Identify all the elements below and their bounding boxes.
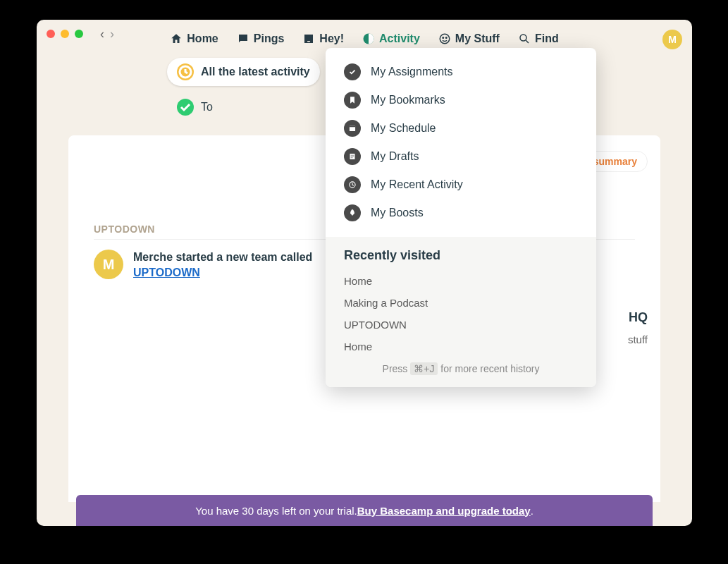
close-window-button[interactable] bbox=[47, 30, 55, 38]
activity-avatar: M bbox=[94, 250, 123, 279]
menu-my-bookmarks[interactable]: My Bookmarks bbox=[331, 86, 591, 114]
nav-home-label: Home bbox=[187, 32, 218, 45]
draft-icon bbox=[344, 148, 361, 165]
recent-link[interactable]: Making a Podcast bbox=[344, 292, 578, 314]
inbox-icon bbox=[302, 32, 315, 45]
nav-pings-label: Pings bbox=[254, 32, 285, 45]
dropdown-list: My Assignments My Bookmarks My Schedule … bbox=[326, 48, 596, 237]
mystuff-dropdown: My Assignments My Bookmarks My Schedule … bbox=[326, 48, 596, 387]
chat-icon bbox=[237, 32, 249, 45]
trial-text: You have 30 days left on your trial. bbox=[195, 505, 357, 517]
recent-link[interactable]: Home bbox=[344, 270, 578, 292]
bookmark-icon bbox=[344, 92, 361, 109]
menu-label: My Bookmarks bbox=[371, 94, 445, 106]
face-icon bbox=[438, 32, 451, 45]
trial-dot: . bbox=[531, 505, 533, 517]
svg-rect-11 bbox=[350, 126, 355, 128]
nav-activity[interactable]: Activity bbox=[362, 32, 420, 45]
svg-point-1 bbox=[440, 34, 450, 44]
trial-upgrade-link[interactable]: Buy Basecamp and upgrade today bbox=[357, 505, 531, 517]
filter-to-label: To bbox=[201, 101, 213, 114]
menu-my-boosts[interactable]: My Boosts bbox=[331, 199, 591, 227]
search-icon bbox=[518, 32, 531, 45]
boost-icon bbox=[344, 204, 361, 221]
menu-my-schedule[interactable]: My Schedule bbox=[331, 114, 591, 142]
keyboard-shortcut: ⌘+J bbox=[410, 362, 438, 375]
home-icon bbox=[170, 32, 183, 45]
history-nav: ‹ › bbox=[100, 27, 114, 42]
activity-text: Merche started a new team called UPTODOW… bbox=[133, 250, 312, 281]
nav-find-label: Find bbox=[535, 32, 559, 45]
filter-all-label: All the latest activity bbox=[201, 66, 310, 78]
maximize-window-button[interactable] bbox=[75, 30, 83, 38]
forward-button[interactable]: › bbox=[110, 27, 114, 42]
nav-home[interactable]: Home bbox=[170, 32, 218, 45]
nav-find[interactable]: Find bbox=[518, 32, 559, 45]
menu-my-drafts[interactable]: My Drafts bbox=[331, 142, 591, 171]
menu-label: My Assignments bbox=[371, 66, 452, 78]
filter-partial-to[interactable]: To bbox=[167, 93, 223, 121]
svg-point-4 bbox=[520, 35, 526, 41]
hq-title: HQ bbox=[628, 310, 648, 325]
nav-hey-label: Hey! bbox=[319, 32, 344, 45]
nav-pings[interactable]: Pings bbox=[237, 32, 285, 45]
app-window: ‹ › Home Pings Hey! Activity My Stuff Fi… bbox=[37, 20, 692, 526]
menu-label: My Schedule bbox=[371, 122, 436, 135]
traffic-lights bbox=[47, 30, 83, 38]
menu-label: My Boosts bbox=[371, 207, 424, 219]
nav-mystuff-label: My Stuff bbox=[455, 32, 500, 45]
minimize-window-button[interactable] bbox=[61, 30, 69, 38]
nav-activity-label: Activity bbox=[379, 32, 420, 45]
recent-link[interactable]: UPTODOWN bbox=[344, 314, 578, 336]
svg-point-2 bbox=[443, 37, 444, 39]
check-icon bbox=[177, 99, 194, 116]
avatar-letter: M bbox=[668, 34, 677, 45]
calendar-icon bbox=[344, 120, 361, 137]
history-hint: Press ⌘+J for more recent history bbox=[344, 363, 578, 374]
menu-my-recent-activity[interactable]: My Recent Activity bbox=[331, 171, 591, 199]
clock-icon bbox=[344, 176, 361, 193]
activity-link[interactable]: UPTODOWN bbox=[133, 266, 200, 278]
activity-icon bbox=[362, 32, 375, 45]
activity-prefix: Merche started a new team called bbox=[133, 251, 312, 263]
back-button[interactable]: ‹ bbox=[100, 27, 104, 42]
trial-banner: You have 30 days left on your trial. Buy… bbox=[76, 495, 653, 526]
clock-icon bbox=[177, 63, 194, 80]
svg-point-3 bbox=[445, 37, 447, 39]
nav-hey[interactable]: Hey! bbox=[302, 32, 344, 45]
recent-link[interactable]: Home bbox=[344, 336, 578, 357]
recently-visited-title: Recently visited bbox=[344, 248, 578, 263]
filter-all-activity[interactable]: All the latest activity bbox=[167, 58, 320, 86]
recently-visited: Recently visited Home Making a Podcast U… bbox=[326, 237, 596, 387]
nav-mystuff[interactable]: My Stuff bbox=[438, 32, 500, 45]
menu-label: My Drafts bbox=[371, 150, 419, 163]
check-circle-icon bbox=[344, 63, 361, 80]
hq-subtitle: stuff bbox=[628, 333, 648, 345]
hq-peek: HQ stuff bbox=[628, 310, 648, 345]
menu-my-assignments[interactable]: My Assignments bbox=[331, 58, 591, 86]
user-avatar[interactable]: M bbox=[662, 30, 682, 49]
menu-label: My Recent Activity bbox=[371, 178, 463, 191]
